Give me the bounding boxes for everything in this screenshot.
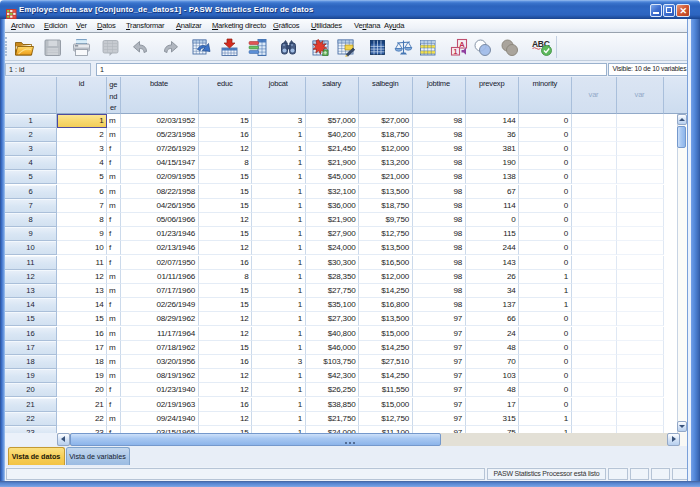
svg-text:A: A xyxy=(459,40,465,49)
svg-text:1: 1 xyxy=(454,48,458,55)
